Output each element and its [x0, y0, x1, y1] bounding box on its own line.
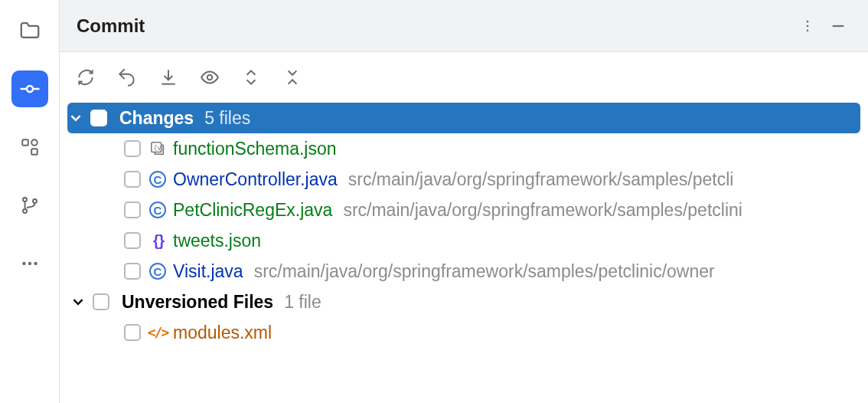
change-file-row[interactable]: CVisit.javasrc/main/java/org/springframe…	[67, 256, 860, 287]
file-name: modules.xml	[173, 317, 272, 348]
change-group-row[interactable]: Changes5 files	[67, 103, 860, 133]
file-name: OwnerController.java	[173, 164, 338, 195]
vertical-ellipsis-icon	[800, 18, 815, 34]
file-name: PetClinicRegEx.java	[173, 195, 332, 225]
refresh-icon	[76, 67, 96, 87]
svg-point-14	[807, 29, 809, 31]
svg-point-13	[807, 25, 809, 27]
tool-window-options-button[interactable]	[795, 13, 821, 39]
eye-icon	[200, 67, 220, 87]
tool-window-titlebar: Commit	[60, 0, 868, 52]
svg-point-5	[31, 139, 38, 146]
rail-structure-button[interactable]	[11, 129, 48, 165]
tool-window-title: Commit	[77, 15, 145, 37]
file-name: functionSchema.json	[173, 133, 337, 164]
commit-node-icon	[18, 77, 41, 100]
svg-point-9	[22, 262, 25, 265]
file-checkbox[interactable]	[124, 263, 141, 280]
folder-icon	[18, 19, 41, 42]
commit-tool-window: Commit Changes5 files{v}functionSchema.j…	[60, 0, 868, 403]
git-branch-icon	[20, 195, 40, 215]
file-path: src/main/java/org/springframework/sample…	[343, 195, 742, 225]
rail-project-button[interactable]	[11, 12, 48, 49]
change-file-row[interactable]: {v}functionSchema.json	[67, 133, 860, 164]
preview-diff-button[interactable]	[197, 65, 222, 90]
group-checkbox[interactable]	[93, 293, 109, 310]
collapse-icon	[282, 67, 302, 87]
svg-point-17	[207, 75, 213, 80]
change-file-row[interactable]: { }tweets.json	[67, 225, 860, 256]
file-name: Visit.java	[173, 256, 243, 287]
change-group-row[interactable]: Unversioned Files1 file	[67, 287, 860, 317]
group-file-count: 1 file	[284, 287, 321, 317]
left-tool-rail	[0, 0, 60, 403]
group-label: Changes	[119, 103, 194, 133]
group-checkbox[interactable]	[90, 110, 107, 126]
svg-point-11	[34, 262, 37, 265]
expand-all-button[interactable]	[239, 65, 263, 90]
change-file-row[interactable]: CPetClinicRegEx.javasrc/main/java/org/sp…	[67, 195, 860, 225]
xml-icon: </>	[148, 323, 167, 342]
group-file-count: 5 files	[204, 103, 250, 133]
json-schema-icon: {v}	[148, 139, 167, 158]
group-label: Unversioned Files	[122, 287, 273, 317]
change-file-row[interactable]: COwnerController.javasrc/main/java/org/s…	[67, 164, 860, 195]
file-name: tweets.json	[173, 225, 261, 256]
file-checkbox[interactable]	[124, 232, 141, 249]
file-path: src/main/java/org/springframework/sample…	[348, 164, 734, 195]
svg-point-6	[23, 198, 27, 202]
file-checkbox[interactable]	[124, 171, 141, 188]
java-class-icon: C	[148, 170, 167, 188]
json-icon: { }	[148, 231, 167, 250]
rail-git-branches-button[interactable]	[11, 187, 48, 224]
file-checkbox[interactable]	[124, 324, 141, 341]
tool-window-hide-button[interactable]	[825, 13, 851, 39]
rail-commit-button[interactable]	[11, 70, 48, 107]
rail-more-button[interactable]	[11, 245, 48, 282]
chevron-down-icon	[70, 297, 86, 307]
chevron-down-icon	[67, 113, 84, 123]
svg-point-0	[27, 86, 33, 92]
undo-icon	[117, 67, 137, 87]
file-checkbox[interactable]	[124, 140, 141, 157]
expand-icon	[241, 67, 261, 87]
svg-point-10	[28, 262, 31, 265]
java-class-icon: C	[148, 201, 167, 219]
minimize-icon	[830, 18, 847, 34]
svg-point-12	[807, 20, 809, 22]
svg-rect-4	[31, 149, 38, 155]
changes-tree[interactable]: Changes5 files{v}functionSchema.jsonCOwn…	[60, 103, 868, 348]
svg-point-7	[23, 209, 27, 213]
java-class-icon: C	[148, 262, 167, 280]
ellipsis-icon	[20, 254, 40, 274]
shelve-icon	[158, 67, 178, 87]
shelve-button[interactable]	[156, 65, 181, 90]
rollback-button[interactable]	[115, 65, 139, 90]
structure-icon	[20, 137, 40, 157]
svg-rect-3	[22, 139, 28, 146]
svg-point-8	[33, 199, 37, 203]
collapse-all-button[interactable]	[280, 65, 305, 90]
commit-toolbar	[60, 52, 868, 103]
change-file-row[interactable]: </>modules.xml	[67, 317, 860, 348]
svg-text:{v}: {v}	[154, 144, 165, 152]
refresh-button[interactable]	[73, 65, 98, 90]
file-path: src/main/java/org/springframework/sample…	[254, 256, 715, 287]
file-checkbox[interactable]	[124, 202, 141, 218]
